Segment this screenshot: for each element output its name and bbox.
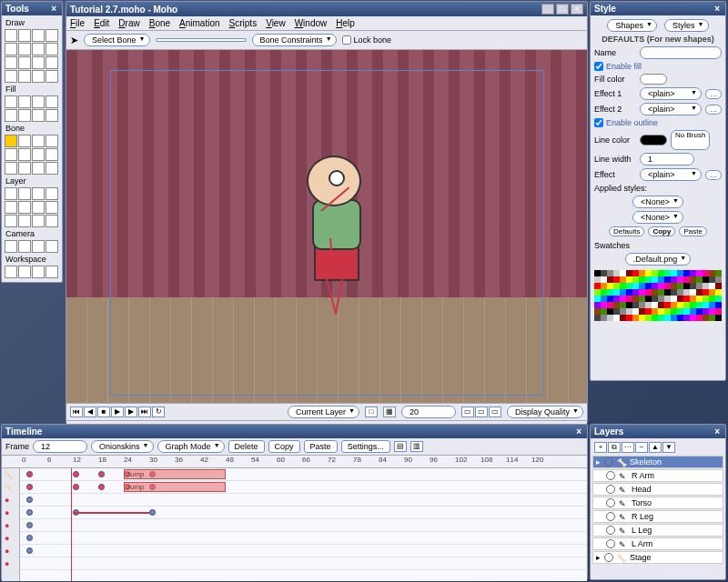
menu-view[interactable]: View <box>266 18 286 28</box>
layer-row[interactable]: ▸🦴Stage <box>592 551 723 564</box>
swatch[interactable] <box>626 270 632 276</box>
timeline-track[interactable] <box>2 519 587 532</box>
tool-button[interactable] <box>18 56 31 69</box>
swatch[interactable] <box>620 276 626 283</box>
rewind-icon[interactable]: ⏮ <box>70 406 83 417</box>
line-effect-dropdown[interactable]: <plain> <box>640 168 702 181</box>
action-region[interactable]: Jump <box>124 482 226 492</box>
tool-button[interactable] <box>46 266 58 278</box>
no-brush-button[interactable]: No Brush <box>671 130 710 150</box>
visibility-icon[interactable] <box>606 539 615 548</box>
swatch[interactable] <box>709 276 715 283</box>
timeline-track[interactable]: Jump <box>2 481 587 494</box>
tool-button[interactable] <box>32 148 45 161</box>
swatch[interactable] <box>607 315 613 321</box>
swatch[interactable] <box>658 315 664 321</box>
enable-outline-checkbox[interactable]: Enable outline <box>594 118 722 127</box>
swatch[interactable] <box>658 276 664 283</box>
swatch[interactable] <box>594 270 601 276</box>
swatch[interactable] <box>671 270 677 276</box>
menu-draw[interactable]: Draw <box>118 18 139 28</box>
swatch[interactable] <box>677 296 683 302</box>
tool-button[interactable] <box>32 162 45 175</box>
swatch[interactable] <box>652 289 658 296</box>
swatch[interactable] <box>690 302 696 308</box>
swatch[interactable] <box>626 302 632 308</box>
timeline-track[interactable]: Jump <box>2 468 587 481</box>
tool-button[interactable] <box>5 29 17 42</box>
swatch[interactable] <box>626 296 632 302</box>
swatch[interactable] <box>632 308 639 315</box>
timeline-tracks[interactable]: 🦴🦴●●●●●● JumpJump <box>2 468 587 581</box>
keyframe[interactable] <box>26 535 33 541</box>
loop-icon[interactable]: ↻ <box>152 406 165 417</box>
tool-button[interactable] <box>32 70 45 83</box>
swatch[interactable] <box>709 315 715 321</box>
swatch[interactable] <box>677 302 683 308</box>
timeline-track[interactable] <box>2 532 587 545</box>
layer-row[interactable]: ▸🦴Skeleton <box>592 456 723 468</box>
menu-animation[interactable]: Animation <box>179 18 219 28</box>
swatch[interactable] <box>645 308 652 315</box>
swatch[interactable] <box>613 302 620 308</box>
menu-bone[interactable]: Bone <box>149 18 170 28</box>
tool-button[interactable] <box>32 43 45 55</box>
layer-dup-icon[interactable]: ⧉ <box>608 442 621 453</box>
swatch[interactable] <box>677 270 683 276</box>
swatch[interactable] <box>690 289 696 296</box>
tool-button[interactable] <box>18 187 31 200</box>
close-icon[interactable]: × <box>49 4 58 14</box>
swatch[interactable] <box>690 296 696 302</box>
swatch[interactable] <box>709 296 715 302</box>
graph-mode-dropdown[interactable]: Graph Mode <box>157 440 225 453</box>
timeline-title[interactable]: Timeline × <box>2 425 587 438</box>
tool-button[interactable] <box>32 95 45 108</box>
keyframe[interactable] <box>73 484 79 490</box>
swatch[interactable] <box>594 283 601 289</box>
bone-constraints-dropdown[interactable]: Bone Constraints <box>252 34 337 46</box>
swatch[interactable] <box>703 283 709 289</box>
swatch[interactable] <box>645 270 652 276</box>
swatch[interactable] <box>613 276 620 283</box>
line-color-swatch[interactable] <box>640 135 667 146</box>
style-panel-title[interactable]: Style × <box>591 2 725 15</box>
menu-window[interactable]: Window <box>295 18 328 28</box>
swatch[interactable] <box>709 308 715 315</box>
applied-style-2-dropdown[interactable]: <None> <box>632 211 683 224</box>
swatch[interactable] <box>639 270 645 276</box>
tool-button[interactable] <box>5 162 17 175</box>
tool-button[interactable] <box>5 187 17 200</box>
visibility-icon[interactable] <box>606 498 615 507</box>
layers-title[interactable]: Layers × <box>591 425 725 438</box>
swatch[interactable] <box>613 289 620 296</box>
layer-del-icon[interactable]: − <box>635 442 648 453</box>
visibility-icon[interactable] <box>606 471 615 480</box>
swatch[interactable] <box>690 308 696 315</box>
swatch[interactable] <box>639 302 645 308</box>
swatch[interactable] <box>690 283 696 289</box>
close-icon[interactable]: × <box>713 426 722 436</box>
effect2-more-button[interactable]: … <box>705 105 722 115</box>
tool-button[interactable] <box>46 135 58 147</box>
tool-button[interactable] <box>46 162 58 175</box>
swatch[interactable] <box>620 270 626 276</box>
swatch[interactable] <box>696 276 703 283</box>
swatch[interactable] <box>658 296 664 302</box>
layer-down-icon[interactable]: ▼ <box>662 442 675 453</box>
tool-button[interactable] <box>5 148 17 161</box>
swatch[interactable] <box>639 296 645 302</box>
display-quality-dropdown[interactable]: Display Quality <box>507 406 583 418</box>
swatch[interactable] <box>652 302 658 308</box>
swatch[interactable] <box>652 276 658 283</box>
swatch[interactable] <box>620 315 626 321</box>
swatch[interactable] <box>639 315 645 321</box>
timeline-ruler[interactable]: 0612182430364248546066727884909610210811… <box>2 456 587 468</box>
layer-row[interactable]: ✎L Leg <box>592 524 723 537</box>
swatch[interactable] <box>683 270 690 276</box>
tool-button[interactable] <box>5 109 17 122</box>
visibility-icon[interactable] <box>606 485 615 494</box>
keyframe[interactable] <box>26 522 33 528</box>
swatch[interactable] <box>626 276 632 283</box>
swatch[interactable] <box>639 289 645 296</box>
swatch[interactable] <box>613 308 620 315</box>
